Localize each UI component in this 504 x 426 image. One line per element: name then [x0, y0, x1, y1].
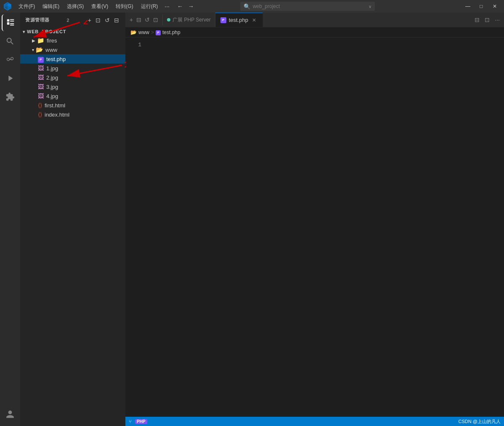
minimize-button[interactable]: — [462, 1, 474, 11]
breadcrumb-file[interactable]: P test.php [156, 29, 180, 35]
menu-goto[interactable]: 转到(G) [112, 2, 136, 11]
tabs-container: 广展 PHP Server P test.php ✕ [163, 13, 470, 27]
project-name-label: WEB_PROJECT [27, 29, 66, 34]
chevron-down-icon: ▾ [32, 48, 34, 52]
status-bar-right: CSDN @上山的凡人 [459, 418, 501, 425]
image-file-icon: 🖼 [38, 83, 44, 90]
php-server-tab-label: 广展 PHP Server [172, 16, 210, 24]
close-button[interactable]: ✕ [489, 1, 501, 11]
collapse-button[interactable]: ⊟ [113, 16, 120, 24]
split-editor-button[interactable]: ⊟ [135, 16, 143, 24]
activity-extensions[interactable] [2, 88, 19, 105]
html-file-icon: ⟨⟩ [38, 102, 42, 109]
refresh-tab-button[interactable]: ↺ [143, 16, 151, 24]
status-csdn-label: CSDN @上山的凡人 [459, 418, 501, 425]
titlebar-right: — □ ✕ [462, 1, 501, 11]
tab-bar-right-actions: ⊟ ⊡ ··· [470, 13, 504, 27]
folder-icon: 📁 [37, 37, 44, 44]
breadcrumb-file-label: test.php [162, 29, 180, 35]
titlebar-nav: ← → [175, 2, 196, 11]
tab-php-server[interactable]: 广展 PHP Server [163, 13, 215, 27]
activity-bar [0, 13, 20, 426]
file-2-jpg-label: 2.jpg [46, 75, 125, 81]
file-3-jpg[interactable]: 🖼 3.jpg [20, 82, 125, 91]
folder-open-icon: 📂 [36, 46, 43, 53]
fires-folder[interactable]: ▶ 📁 fires [20, 36, 125, 45]
split-right-button[interactable]: ⊟ [473, 16, 481, 24]
vscode-logo-icon [3, 2, 12, 11]
activity-source-control[interactable] [2, 51, 19, 68]
chevron-right-icon: ▶ [32, 38, 35, 43]
html-file-icon: ⟨⟩ [38, 111, 42, 118]
image-file-icon: 🖼 [38, 74, 44, 81]
folder-icon: 📂 [130, 29, 137, 35]
tab-bar: + ⊟ ↺ ⊡ 广展 PHP Server P test.php ✕ [125, 13, 504, 27]
file-first-html[interactable]: ⟨⟩ first.html [20, 101, 125, 110]
php-icon: P [220, 17, 226, 23]
code-area[interactable] [146, 41, 504, 413]
activity-explorer[interactable] [2, 14, 19, 31]
titlebar-search[interactable]: 🔍 ∨ [240, 2, 375, 11]
file-1-jpg[interactable]: 🖼 1.jpg [20, 64, 125, 73]
www-folder-label: www [45, 47, 125, 53]
sidebar-header-actions: + ⊡ ↺ ⊟ [87, 16, 120, 24]
toggle-panel-button[interactable]: ⊡ [483, 16, 491, 24]
activity-run-debug[interactable] [2, 70, 19, 87]
search-input[interactable] [253, 3, 366, 9]
php-file-icon: P [38, 55, 44, 63]
new-file-button[interactable]: + [87, 16, 93, 24]
new-file-tab-button[interactable]: + [128, 16, 135, 24]
sidebar-title: 资源管理器 [25, 17, 50, 23]
menu-file[interactable]: 文件(F) [15, 2, 38, 11]
test-php-label: test.php [46, 56, 125, 62]
file-3-jpg-label: 3.jpg [46, 84, 125, 90]
file-test-php[interactable]: P test.php [20, 54, 125, 64]
menu-more[interactable]: ··· [162, 2, 172, 11]
image-file-icon: 🖼 [38, 93, 44, 99]
status-php-icon: PHP [135, 419, 147, 424]
maximize-button[interactable]: □ [475, 1, 487, 11]
breadcrumb-www[interactable]: 📂 www [130, 29, 149, 35]
file-4-jpg[interactable]: 🖼 4.jpg [20, 91, 125, 101]
sidebar-number-badge: 2 [66, 18, 69, 23]
breadcrumb-www-label: www [138, 29, 149, 35]
test-php-tab-label: test.php [229, 17, 248, 23]
file-1-jpg-label: 1.jpg [46, 65, 125, 72]
search-icon: 🔍 [244, 3, 250, 10]
menu-edit[interactable]: 编辑(E) [39, 2, 63, 11]
menu-run[interactable]: 运行(R) [138, 2, 162, 11]
sidebar-header: 资源管理器 2 + ⊡ ↺ ⊟ [20, 13, 125, 27]
menu-view[interactable]: 查看(V) [88, 2, 111, 11]
titlebar: 文件(F) 编辑(E) 选择(S) 查看(V) 转到(G) 运行(R) ··· … [0, 0, 504, 13]
tab-bar-left-actions: + ⊟ ↺ ⊡ [125, 13, 162, 27]
editor-content[interactable]: 1 [125, 37, 504, 417]
file-4-jpg-label: 4.jpg [46, 93, 125, 99]
nav-back-button[interactable]: ← [175, 2, 185, 11]
line-number-1: 1 [125, 41, 141, 49]
breadcrumb-separator: > [151, 29, 154, 35]
activity-account[interactable] [2, 406, 19, 423]
activity-search[interactable] [2, 33, 19, 50]
nav-forward-button[interactable]: → [186, 2, 196, 11]
file-index-html[interactable]: ⟨⟩ index.html [20, 110, 125, 119]
file-first-html-label: first.html [45, 102, 125, 109]
editor-area: + ⊟ ↺ ⊡ 广展 PHP Server P test.php ✕ [125, 13, 504, 426]
tab-test-php[interactable]: P test.php ✕ [215, 13, 263, 27]
status-bar: ⑂ PHP CSDN @上山的凡人 [125, 417, 504, 426]
www-folder[interactable]: ▾ 📂 www [20, 45, 125, 54]
fires-folder-label: fires [47, 37, 125, 44]
move-tab-button[interactable]: ⊡ [151, 16, 160, 24]
line-numbers: 1 [125, 41, 146, 413]
menu-select[interactable]: 选择(S) [64, 2, 87, 11]
new-folder-button[interactable]: ⊡ [94, 16, 102, 24]
chevron-down-icon: ∨ [369, 4, 371, 9]
refresh-button[interactable]: ↺ [103, 16, 111, 24]
project-root-folder[interactable]: ▾ WEB_PROJECT [20, 27, 125, 36]
sidebar-content: ▾ WEB_PROJECT ▶ 📁 fires ▾ 📂 www P test.p… [20, 27, 125, 426]
chevron-down-icon: ▾ [23, 29, 25, 34]
file-index-html-label: index.html [45, 112, 125, 118]
more-tab-actions-button[interactable]: ··· [493, 16, 501, 24]
file-2-jpg[interactable]: 🖼 2.jpg [20, 73, 125, 82]
close-tab-button[interactable]: ✕ [251, 17, 257, 24]
image-file-icon: 🖼 [38, 65, 44, 72]
